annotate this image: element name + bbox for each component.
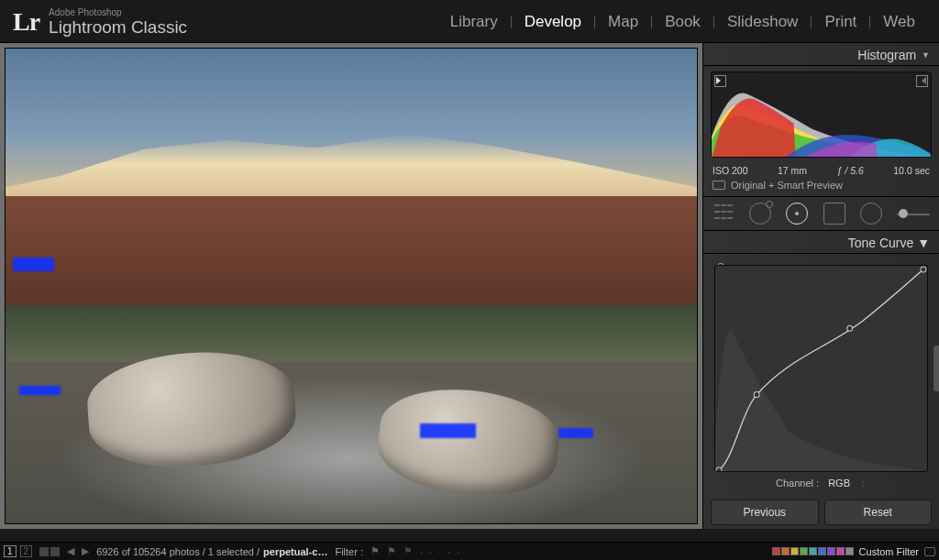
color-swatch[interactable] — [809, 547, 817, 555]
channel-selector[interactable]: Channel : RGB ⋮ — [714, 472, 928, 496]
chevron-down-icon: ▼ — [922, 50, 930, 60]
app-header: Lr Adobe Photoshop Lightroom Classic Lib… — [0, 0, 939, 43]
preview-status-row: Original + Smart Preview — [703, 178, 939, 197]
photo-region — [6, 196, 697, 315]
flag-filter-icon[interactable]: ⚑ — [403, 545, 413, 557]
histogram-body — [703, 66, 939, 161]
dropdown-icon: ⋮ — [859, 479, 867, 488]
tone-curve-buttons: Previous Reset — [703, 500, 939, 533]
logo-mark: Lr — [13, 7, 39, 37]
status-text: 6926 of 105264 photos / 1 selected / — [96, 546, 260, 557]
display-2-button[interactable]: 2 — [20, 545, 33, 557]
meta-iso: ISO 200 — [713, 165, 748, 176]
color-swatch[interactable] — [772, 547, 780, 555]
graduated-filter-button[interactable] — [823, 203, 845, 225]
module-tab-develop[interactable]: Develop — [512, 13, 594, 31]
meta-focal: 17 mm — [778, 165, 807, 176]
loupe-area — [0, 43, 702, 529]
tone-curve-panel: Tone Curve ▼ — [703, 231, 939, 533]
shadow-clipping-overlay — [13, 258, 54, 272]
display-1-button[interactable]: 1 — [4, 545, 17, 557]
color-swatch[interactable] — [781, 547, 790, 555]
color-swatch[interactable] — [790, 547, 799, 555]
previous-button[interactable]: Previous — [711, 500, 819, 525]
color-swatch[interactable] — [845, 547, 854, 555]
module-tab-slideshow[interactable]: Slideshow — [714, 13, 812, 31]
color-swatch[interactable] — [800, 547, 808, 555]
preview-icon — [713, 181, 725, 190]
svg-point-0 — [716, 467, 722, 472]
secondary-display-toggle[interactable]: 1 2 — [4, 545, 32, 557]
crop-tool-button[interactable] — [713, 203, 735, 225]
chevron-down-icon: ▼ — [913, 236, 930, 250]
module-tab-print[interactable]: Print — [812, 13, 869, 31]
shadow-clipping-overlay — [19, 386, 61, 395]
tone-curve-editor[interactable] — [714, 265, 928, 472]
preview-status: Original + Smart Preview — [731, 180, 843, 191]
histogram-metadata: ISO 200 17 mm ƒ / 5.6 10.0 sec — [703, 161, 939, 178]
rating-filter[interactable]: · · · · · — [420, 546, 462, 557]
color-swatch[interactable] — [818, 547, 826, 555]
nav-fwd-icon[interactable]: ▶ — [82, 545, 89, 557]
shadow-clipping-overlay — [558, 428, 593, 437]
meta-aperture: ƒ / 5.6 — [837, 165, 864, 176]
adjustment-brush-button[interactable] — [897, 203, 930, 225]
redeye-tool-button[interactable] — [786, 203, 808, 225]
tone-curve-header[interactable]: Tone Curve ▼ — [703, 231, 939, 254]
logo-superscript: Adobe Photoshop — [49, 8, 187, 17]
filter-label: Filter : — [335, 546, 363, 557]
module-tab-book[interactable]: Book — [652, 13, 713, 31]
photo-preview[interactable] — [5, 48, 698, 524]
module-tab-map[interactable]: Map — [595, 13, 651, 31]
meta-shutter: 10.0 sec — [893, 165, 930, 176]
logo-title: Adobe Photoshop Lightroom Classic — [49, 8, 187, 36]
panel-resize-grip[interactable] — [933, 346, 939, 391]
module-tab-web[interactable]: Web — [870, 13, 928, 31]
histogram-title: Histogram — [857, 48, 916, 62]
svg-point-1 — [754, 392, 759, 398]
flag-filter-icon[interactable]: ⚑ — [387, 545, 396, 557]
module-picker: LibraryDevelopMapBookSlideshowPrintWeb — [437, 13, 928, 31]
local-adjust-toolstrip — [703, 197, 939, 231]
status-folder: perpetual-c… — [263, 546, 327, 557]
module-tab-library[interactable]: Library — [437, 13, 511, 31]
photo-count-status: 6926 of 105264 photos / 1 selected / per… — [96, 546, 327, 557]
shadow-clipping-overlay — [420, 423, 475, 438]
filmstrip-toolbar: 1 2 ◀ ▶ 6926 of 105264 photos / 1 select… — [0, 542, 939, 560]
spot-removal-button[interactable] — [749, 203, 771, 225]
logo-block: Lr Adobe Photoshop Lightroom Classic — [13, 7, 187, 37]
color-swatch[interactable] — [827, 547, 835, 555]
filter-preset[interactable]: Custom Filter — [859, 546, 919, 557]
tone-curve-title: Tone Curve — [848, 236, 914, 250]
color-swatch[interactable] — [836, 547, 845, 555]
filter-lock-icon[interactable] — [924, 547, 935, 556]
svg-point-3 — [921, 267, 926, 272]
right-panel-group: Histogram ▼ ISO 200 17 mm ƒ / — [702, 43, 939, 529]
svg-point-2 — [847, 325, 853, 331]
channel-value: RGB — [828, 478, 850, 489]
flag-filter-icon[interactable]: ⚑ — [370, 545, 380, 557]
histogram-chart[interactable] — [711, 71, 932, 158]
workspace: Histogram ▼ ISO 200 17 mm ƒ / — [0, 43, 939, 529]
histogram-panel-header[interactable]: Histogram ▼ — [703, 43, 939, 66]
color-label-filter[interactable] — [772, 547, 854, 555]
reset-button[interactable]: Reset — [824, 500, 933, 525]
nav-back-icon[interactable]: ◀ — [67, 545, 74, 557]
grid-view-button[interactable] — [39, 547, 60, 556]
tone-curve-body: Channel : RGB ⋮ — [703, 254, 939, 500]
radial-filter-button[interactable] — [860, 203, 882, 225]
channel-label: Channel : — [776, 478, 819, 489]
footer-right: Custom Filter — [772, 546, 935, 557]
logo-product: Lightroom Classic — [49, 18, 187, 36]
